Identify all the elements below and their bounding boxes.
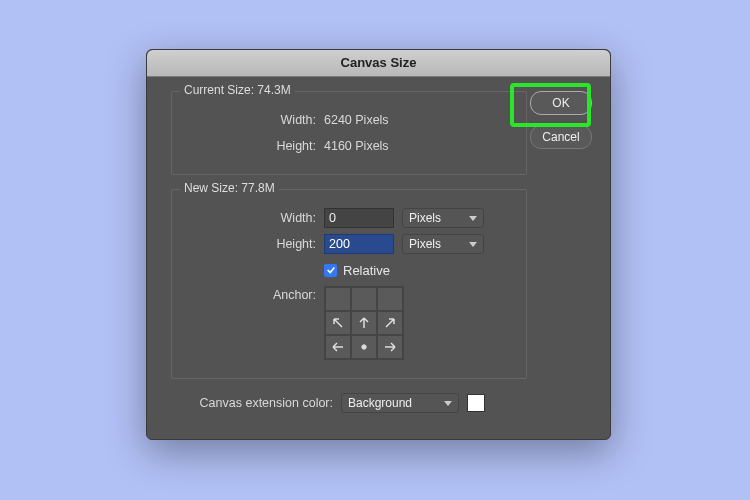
- dialog-body: Current Size: 74.3M Width: 6240 Pixels H…: [147, 77, 610, 429]
- dialog-title: Canvas Size: [147, 50, 610, 77]
- new-height-unit-select[interactable]: Pixels: [402, 234, 484, 254]
- anchor-cell-ne[interactable]: [377, 287, 403, 311]
- new-width-input[interactable]: [324, 208, 394, 228]
- arrow-up-icon: [357, 316, 371, 330]
- arrow-ne-icon: [383, 316, 397, 330]
- anchor-cell-e[interactable]: [377, 311, 403, 335]
- relative-checkbox[interactable]: [324, 264, 337, 277]
- canvas-size-dialog: Canvas Size Current Size: 74.3M Width: 6…: [146, 49, 611, 440]
- new-height-label: Height:: [186, 237, 324, 251]
- anchor-cell-sw[interactable]: [325, 335, 351, 359]
- extension-color-swatch[interactable]: [467, 394, 485, 412]
- extension-color-select[interactable]: Background: [341, 393, 459, 413]
- new-width-unit-select[interactable]: Pixels: [402, 208, 484, 228]
- anchor-center-icon: [357, 340, 371, 354]
- new-size-fieldset: New Size: 77.8M Width: Pixels Height: Pi…: [171, 189, 527, 379]
- current-height-label: Height:: [186, 139, 324, 153]
- arrow-nw-icon: [331, 316, 345, 330]
- new-width-label: Width:: [186, 211, 324, 225]
- new-height-input[interactable]: [324, 234, 394, 254]
- extension-color-label: Canvas extension color:: [171, 396, 341, 410]
- current-size-legend: Current Size: 74.3M: [180, 83, 295, 97]
- cancel-button[interactable]: Cancel: [530, 125, 592, 149]
- arrow-left-icon: [331, 340, 345, 354]
- current-width-label: Width:: [186, 113, 324, 127]
- checkmark-icon: [326, 265, 336, 275]
- current-width-value: 6240 Pixels: [324, 113, 389, 127]
- anchor-grid[interactable]: [324, 286, 404, 360]
- anchor-cell-w[interactable]: [325, 311, 351, 335]
- dialog-buttons: OK Cancel: [530, 91, 592, 149]
- relative-label: Relative: [343, 263, 390, 278]
- anchor-cell-s[interactable]: [351, 335, 377, 359]
- arrow-right-icon: [383, 340, 397, 354]
- anchor-cell-se[interactable]: [377, 335, 403, 359]
- svg-point-0: [362, 345, 366, 349]
- extension-color-row: Canvas extension color: Background: [171, 393, 592, 413]
- current-size-fieldset: Current Size: 74.3M Width: 6240 Pixels H…: [171, 91, 527, 175]
- anchor-cell-c[interactable]: [351, 311, 377, 335]
- new-size-legend: New Size: 77.8M: [180, 181, 279, 195]
- current-height-value: 4160 Pixels: [324, 139, 389, 153]
- anchor-label: Anchor:: [186, 286, 324, 302]
- anchor-cell-nw[interactable]: [325, 287, 351, 311]
- ok-button[interactable]: OK: [530, 91, 592, 115]
- anchor-cell-n[interactable]: [351, 287, 377, 311]
